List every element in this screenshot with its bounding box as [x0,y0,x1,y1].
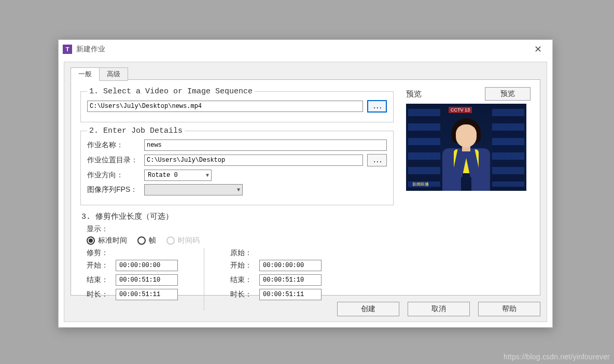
job-name-input[interactable] [144,139,387,151]
presenter-figure [442,118,490,191]
radio-dot-icon [137,236,146,245]
tab-general[interactable]: 一般 [71,67,100,81]
dialog-body: 一般 高级 1. Select a Video or Image Sequenc… [64,62,547,322]
orig-duration-input [259,289,322,300]
original-column: 原始： 开始： 结束： [230,248,322,311]
trim-start-input[interactable] [116,260,178,271]
studio-bg-left [408,109,440,187]
trim-end-input[interactable] [116,274,178,286]
fps-select: ▼ [144,184,243,195]
vertical-divider [204,248,204,311]
radio-standard-time[interactable]: 标准时间 [87,236,127,245]
orig-end-label: 结束： [230,275,259,285]
radio-dot-icon [166,236,175,245]
original-header: 原始： [230,248,322,258]
close-icon[interactable]: ✕ [527,44,548,55]
orig-end-input [259,274,322,286]
orientation-label: 作业方向： [87,171,144,180]
browse-video-button[interactable]: ... [367,100,387,113]
video-path-input[interactable] [87,101,363,112]
studio-bg-right [492,109,524,187]
orientation-select[interactable]: Rotate 0 ▼ [144,170,212,181]
trim-duration-label: 时长： [87,290,116,299]
section2-title: 2. Enter Job Details [87,127,185,135]
section-job-details: 2. Enter Job Details 作业名称： 作业位置目录： ... 作… [80,127,394,205]
tab-bar: 一般 高级 [71,67,128,81]
section-select-video: 1. Select a Video or Image Sequence ... [80,87,394,122]
tab-panel-general: 1. Select a Video or Image Sequence ... … [71,79,540,296]
orientation-value: Rotate 0 [148,172,178,179]
chevron-down-icon: ▼ [237,187,240,193]
section-trim: 3. 修剪作业长度（可选） 显示： 标准时间 帧 [80,209,394,311]
trim-end-label: 结束： [87,275,116,285]
orig-start-label: 开始： [230,261,259,270]
section3-title: 3. 修剪作业长度（可选） [81,212,393,221]
orig-duration-label: 时长： [230,290,259,299]
radio-dot-icon [87,236,95,245]
radio-timecode: 时间码 [166,236,200,245]
cancel-button[interactable]: 取消 [408,302,470,316]
channel-badge: CCTV 13 [449,107,472,113]
window-title: 新建作业 [76,45,527,54]
preview-title: 预览 [406,89,422,99]
job-name-label: 作业名称： [87,141,144,150]
radio-frame-label: 帧 [149,236,156,245]
help-button[interactable]: 帮助 [478,302,540,316]
radio-timecode-label: 时间码 [178,236,200,245]
job-location-input[interactable] [144,155,363,166]
trim-header: 修剪： [87,248,178,258]
create-button[interactable]: 创建 [337,302,399,316]
news-ticker: 新闻联播 [410,181,431,188]
trim-duration-input[interactable] [116,289,178,300]
new-job-dialog: T 新建作业 ✕ 一般 高级 1. Select a Video or Imag… [58,39,553,328]
title-bar: T 新建作业 ✕ [59,40,552,59]
dialog-footer: 创建 取消 帮助 [337,302,540,316]
display-label: 显示： [87,225,393,234]
chevron-down-icon: ▼ [206,173,209,178]
app-icon: T [63,45,72,54]
browse-location-button[interactable]: ... [367,154,387,166]
section1-title: 1. Select a Video or Image Sequence [87,87,255,96]
tab-advanced[interactable]: 高级 [99,67,128,81]
job-location-label: 作业位置目录： [87,156,144,165]
trim-start-label: 开始： [87,261,116,270]
fps-label: 图像序列FPS： [87,185,144,194]
preview-thumbnail: CCTV 13 新闻联播 [406,104,526,191]
radio-frame[interactable]: 帧 [137,236,156,245]
trim-column: 修剪： 开始： 结束： [87,248,178,311]
preview-button[interactable]: 预览 [485,87,531,101]
radio-standard-label: 标准时间 [98,236,127,245]
watermark-text: https://blog.csdn.net/yinfourever [504,353,610,361]
orig-start-input [259,260,322,271]
